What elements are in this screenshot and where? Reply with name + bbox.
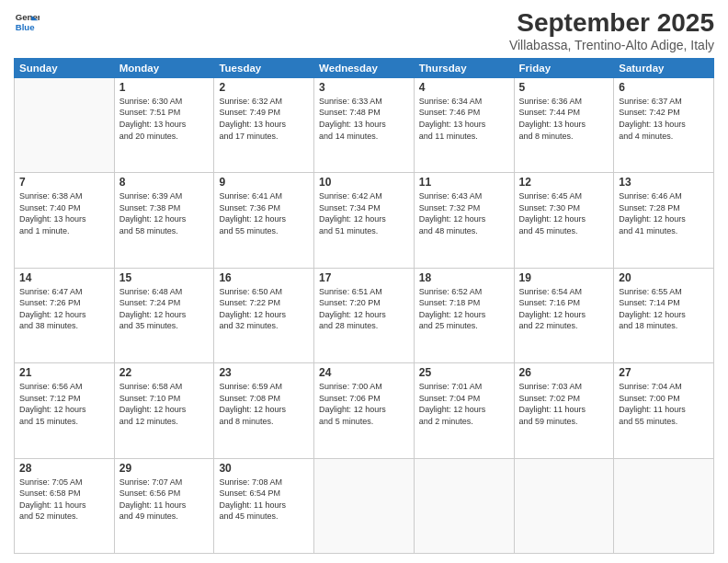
day-cell: 1Sunrise: 6:30 AM Sunset: 7:51 PM Daylig… <box>114 77 214 172</box>
day-number: 13 <box>619 176 709 189</box>
logo: General Blue <box>14 9 40 35</box>
day-number: 29 <box>119 462 210 475</box>
day-cell: 26Sunrise: 7:03 AM Sunset: 7:02 PM Dayli… <box>514 363 614 458</box>
page: General Blue September 2025 Villabassa, … <box>0 0 728 563</box>
title-block: September 2025 Villabassa, Trentino-Alto… <box>509 9 714 52</box>
day-cell: 5Sunrise: 6:36 AM Sunset: 7:44 PM Daylig… <box>514 77 614 172</box>
weekday-saturday: Saturday <box>614 58 714 77</box>
day-cell: 4Sunrise: 6:34 AM Sunset: 7:46 PM Daylig… <box>414 77 514 172</box>
day-cell: 25Sunrise: 7:01 AM Sunset: 7:04 PM Dayli… <box>414 363 514 458</box>
day-info: Sunrise: 7:01 AM Sunset: 7:04 PM Dayligh… <box>419 381 509 427</box>
day-info: Sunrise: 6:36 AM Sunset: 7:44 PM Dayligh… <box>519 96 609 142</box>
weekday-tuesday: Tuesday <box>214 58 314 77</box>
day-cell: 17Sunrise: 6:51 AM Sunset: 7:20 PM Dayli… <box>314 268 415 362</box>
week-row-4: 21Sunrise: 6:56 AM Sunset: 7:12 PM Dayli… <box>15 363 714 458</box>
day-cell: 9Sunrise: 6:41 AM Sunset: 7:36 PM Daylig… <box>214 173 314 268</box>
day-cell: 19Sunrise: 6:54 AM Sunset: 7:16 PM Dayli… <box>514 268 614 362</box>
day-info: Sunrise: 6:33 AM Sunset: 7:48 PM Dayligh… <box>319 96 409 142</box>
day-info: Sunrise: 6:52 AM Sunset: 7:18 PM Dayligh… <box>419 286 509 332</box>
month-title: September 2025 <box>509 9 714 38</box>
day-info: Sunrise: 6:59 AM Sunset: 7:08 PM Dayligh… <box>219 381 309 427</box>
day-info: Sunrise: 6:42 AM Sunset: 7:34 PM Dayligh… <box>319 190 409 236</box>
day-info: Sunrise: 6:48 AM Sunset: 7:24 PM Dayligh… <box>119 286 210 332</box>
weekday-wednesday: Wednesday <box>314 58 415 77</box>
day-number: 7 <box>19 176 109 189</box>
logo-icon: General Blue <box>14 9 40 35</box>
day-cell <box>15 77 115 172</box>
day-info: Sunrise: 7:03 AM Sunset: 7:02 PM Dayligh… <box>519 381 609 427</box>
day-cell: 27Sunrise: 7:04 AM Sunset: 7:00 PM Dayli… <box>614 363 714 458</box>
day-cell: 16Sunrise: 6:50 AM Sunset: 7:22 PM Dayli… <box>214 268 314 362</box>
day-info: Sunrise: 7:04 AM Sunset: 7:00 PM Dayligh… <box>619 381 709 427</box>
day-cell: 15Sunrise: 6:48 AM Sunset: 7:24 PM Dayli… <box>114 268 214 362</box>
day-number: 6 <box>619 81 709 94</box>
day-info: Sunrise: 6:43 AM Sunset: 7:32 PM Dayligh… <box>419 190 509 236</box>
location: Villabassa, Trentino-Alto Adige, Italy <box>509 38 714 52</box>
day-cell: 13Sunrise: 6:46 AM Sunset: 7:28 PM Dayli… <box>614 173 714 268</box>
day-info: Sunrise: 7:08 AM Sunset: 6:54 PM Dayligh… <box>219 477 309 523</box>
day-cell: 6Sunrise: 6:37 AM Sunset: 7:42 PM Daylig… <box>614 77 714 172</box>
day-info: Sunrise: 6:32 AM Sunset: 7:49 PM Dayligh… <box>219 96 309 142</box>
day-number: 18 <box>419 271 509 284</box>
day-info: Sunrise: 6:41 AM Sunset: 7:36 PM Dayligh… <box>219 190 309 236</box>
day-cell: 29Sunrise: 7:07 AM Sunset: 6:56 PM Dayli… <box>114 458 214 553</box>
week-row-5: 28Sunrise: 7:05 AM Sunset: 6:58 PM Dayli… <box>15 458 714 553</box>
day-number: 9 <box>219 176 309 189</box>
day-info: Sunrise: 6:50 AM Sunset: 7:22 PM Dayligh… <box>219 286 309 332</box>
day-number: 26 <box>519 366 609 379</box>
day-number: 1 <box>119 81 210 94</box>
day-info: Sunrise: 6:54 AM Sunset: 7:16 PM Dayligh… <box>519 286 609 332</box>
day-number: 28 <box>19 462 109 475</box>
weekday-friday: Friday <box>514 58 614 77</box>
day-cell: 12Sunrise: 6:45 AM Sunset: 7:30 PM Dayli… <box>514 173 614 268</box>
day-cell <box>314 458 415 553</box>
day-cell <box>414 458 514 553</box>
day-info: Sunrise: 6:46 AM Sunset: 7:28 PM Dayligh… <box>619 190 709 236</box>
day-cell: 10Sunrise: 6:42 AM Sunset: 7:34 PM Dayli… <box>314 173 415 268</box>
day-info: Sunrise: 6:37 AM Sunset: 7:42 PM Dayligh… <box>619 96 709 142</box>
day-number: 19 <box>519 271 609 284</box>
day-number: 5 <box>519 81 609 94</box>
header: General Blue September 2025 Villabassa, … <box>14 9 714 52</box>
day-number: 12 <box>519 176 609 189</box>
day-number: 30 <box>219 462 309 475</box>
day-cell: 14Sunrise: 6:47 AM Sunset: 7:26 PM Dayli… <box>15 268 115 362</box>
day-info: Sunrise: 6:51 AM Sunset: 7:20 PM Dayligh… <box>319 286 409 332</box>
day-number: 8 <box>119 176 210 189</box>
day-cell: 8Sunrise: 6:39 AM Sunset: 7:38 PM Daylig… <box>114 173 214 268</box>
weekday-sunday: Sunday <box>15 58 115 77</box>
day-number: 22 <box>119 366 210 379</box>
day-info: Sunrise: 6:45 AM Sunset: 7:30 PM Dayligh… <box>519 190 609 236</box>
day-info: Sunrise: 6:39 AM Sunset: 7:38 PM Dayligh… <box>119 190 210 236</box>
week-row-3: 14Sunrise: 6:47 AM Sunset: 7:26 PM Dayli… <box>15 268 714 362</box>
week-row-1: 1Sunrise: 6:30 AM Sunset: 7:51 PM Daylig… <box>15 77 714 172</box>
day-info: Sunrise: 6:30 AM Sunset: 7:51 PM Dayligh… <box>119 96 210 142</box>
day-info: Sunrise: 6:47 AM Sunset: 7:26 PM Dayligh… <box>19 286 109 332</box>
weekday-header-row: SundayMondayTuesdayWednesdayThursdayFrid… <box>15 58 714 77</box>
day-number: 16 <box>219 271 309 284</box>
day-cell: 28Sunrise: 7:05 AM Sunset: 6:58 PM Dayli… <box>15 458 115 553</box>
calendar-table: SundayMondayTuesdayWednesdayThursdayFrid… <box>14 58 714 554</box>
day-info: Sunrise: 6:38 AM Sunset: 7:40 PM Dayligh… <box>19 190 109 236</box>
weekday-monday: Monday <box>114 58 214 77</box>
day-number: 14 <box>19 271 109 284</box>
day-info: Sunrise: 7:07 AM Sunset: 6:56 PM Dayligh… <box>119 477 210 523</box>
day-cell: 11Sunrise: 6:43 AM Sunset: 7:32 PM Dayli… <box>414 173 514 268</box>
day-number: 27 <box>619 366 709 379</box>
day-info: Sunrise: 7:00 AM Sunset: 7:06 PM Dayligh… <box>319 381 409 427</box>
day-number: 2 <box>219 81 309 94</box>
day-info: Sunrise: 6:55 AM Sunset: 7:14 PM Dayligh… <box>619 286 709 332</box>
day-cell: 21Sunrise: 6:56 AM Sunset: 7:12 PM Dayli… <box>15 363 115 458</box>
day-info: Sunrise: 6:56 AM Sunset: 7:12 PM Dayligh… <box>19 381 109 427</box>
day-cell: 20Sunrise: 6:55 AM Sunset: 7:14 PM Dayli… <box>614 268 714 362</box>
day-number: 15 <box>119 271 210 284</box>
day-number: 25 <box>419 366 509 379</box>
svg-text:Blue: Blue <box>16 22 35 32</box>
day-cell: 7Sunrise: 6:38 AM Sunset: 7:40 PM Daylig… <box>15 173 115 268</box>
day-cell: 30Sunrise: 7:08 AM Sunset: 6:54 PM Dayli… <box>214 458 314 553</box>
day-cell <box>514 458 614 553</box>
day-cell: 22Sunrise: 6:58 AM Sunset: 7:10 PM Dayli… <box>114 363 214 458</box>
day-cell: 2Sunrise: 6:32 AM Sunset: 7:49 PM Daylig… <box>214 77 314 172</box>
day-number: 21 <box>19 366 109 379</box>
weekday-thursday: Thursday <box>414 58 514 77</box>
